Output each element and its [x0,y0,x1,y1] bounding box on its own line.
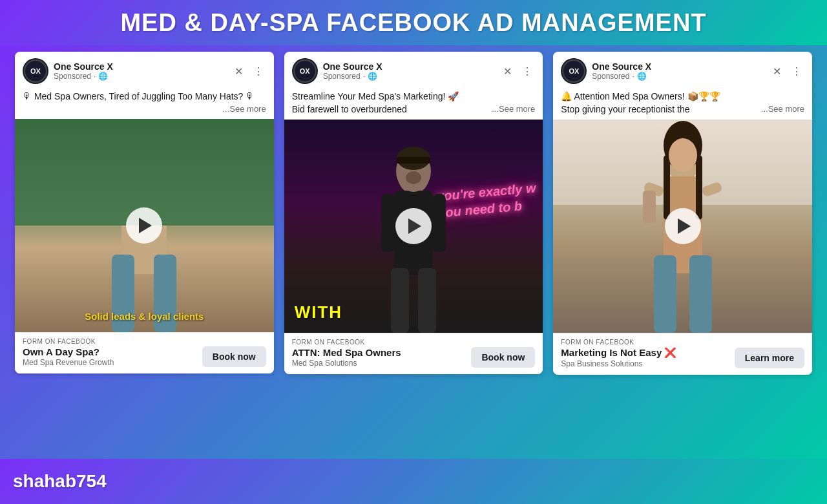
card-footer-3: FORM ON FACEBOOK Marketing Is Not Easy ❌… [553,333,812,375]
account-info-1: One Source X Sponsored · 🌐 [54,61,232,81]
card-footer-1: FORM ON FACEBOOK Own A Day Spa? Med Spa … [15,332,274,373]
watermark: shahab754 [13,471,107,492]
video-container-3[interactable] [553,120,812,333]
globe-icon-1: · [94,72,96,81]
dot-3: · [632,72,634,81]
svg-rect-13 [381,194,394,252]
svg-rect-29 [664,155,670,220]
cta-title-2: ATTN: Med Spa Owners [292,347,472,358]
svg-rect-15 [391,268,409,333]
svg-rect-27 [643,191,656,223]
card-header-2: OX One Source X Sponsored · 🌐 ✕ ⋮ [284,52,543,88]
close-button-3[interactable]: ✕ [770,64,784,79]
more-button-2[interactable]: ⋮ [519,64,535,79]
account-name-3: One Source X [592,61,770,72]
video-container-1[interactable]: Solid leads & loyal clients [15,119,274,332]
cta-row-1: Own A Day Spa? Med Spa Revenue Growth Bo… [23,346,266,367]
footer-bar: shahab754 [0,459,827,504]
svg-rect-30 [696,155,702,220]
cta-subtitle-1: Med Spa Revenue Growth [23,358,202,367]
account-name-1: One Source X [54,61,232,72]
form-label-1: FORM ON FACEBOOK [23,338,266,345]
svg-rect-16 [418,268,436,333]
cta-text-1: Own A Day Spa? Med Spa Revenue Growth [23,346,202,367]
ad-card-2: OX One Source X Sponsored · 🌐 ✕ ⋮ Stream… [284,52,543,374]
card-footer-2: FORM ON FACEBOOK ATTN: Med Spa Owners Me… [284,333,543,374]
card-actions-3[interactable]: ✕ ⋮ [770,64,804,79]
card-header-1: OX One Source X Sponsored · 🌐 ✕ ⋮ [15,52,274,88]
globe-symbol-3: 🌐 [637,72,647,81]
video-container-2[interactable]: you're exactly wyou need to b [284,120,543,333]
more-button-3[interactable]: ⋮ [789,64,804,79]
see-more-3[interactable]: ...See more [761,103,804,115]
account-info-3: One Source X Sponsored · 🌐 [592,61,770,81]
more-button-1[interactable]: ⋮ [251,64,266,79]
card-actions-1[interactable]: ✕ ⋮ [232,64,266,79]
sponsored-line-3: Sponsored · 🌐 [592,72,770,81]
cta-title-3: Marketing Is Not Easy ❌ [561,347,734,359]
avatar-3: OX [561,58,587,84]
svg-rect-26 [701,182,723,198]
video-placeholder-2: you're exactly wyou need to b [284,120,543,333]
card-text-3: 🔔 Attention Med Spa Owners! 📦🏆🏆 Stop giv… [553,88,812,120]
avatar-logo-2: OX [293,59,317,83]
cta-button-1[interactable]: Book now [202,346,266,367]
globe-symbol-2: 🌐 [368,72,377,81]
play-button-2[interactable] [395,208,432,244]
video-caption-2: WITH [295,302,342,322]
avatar-logo-3: OX [562,59,585,83]
ad-card-1: OX One Source X Sponsored · 🌐 ✕ ⋮ 🎙 Med … [15,52,274,373]
play-icon-2 [408,218,421,234]
cards-container: OX One Source X Sponsored · 🌐 ✕ ⋮ 🎙 Med … [0,45,827,459]
cta-text-2: ATTN: Med Spa Owners Med Spa Solutions [292,347,472,368]
ad-card-3: OX One Source X Sponsored · 🌐 ✕ ⋮ 🔔 Atte… [553,52,812,375]
sponsored-text-1: Sponsored [54,72,91,81]
cta-subtitle-2: Med Spa Solutions [292,359,472,368]
card-text-2: Streamline Your Med Spa's Marketing! 🚀 B… [284,88,543,120]
play-icon-1 [139,218,152,233]
play-icon-3 [678,218,691,234]
cta-button-3[interactable]: Learn more [735,348,804,368]
sponsored-text-2: Sponsored [323,72,361,81]
cta-row-2: ATTN: Med Spa Owners Med Spa Solutions B… [292,347,536,368]
card-actions-2[interactable]: ✕ ⋮ [501,64,535,79]
dot-2: · [363,72,365,81]
svg-rect-19 [397,157,430,163]
svg-rect-24 [689,255,712,333]
see-more-2[interactable]: ...See more [492,103,535,115]
form-label-3: FORM ON FACEBOOK [561,339,804,346]
svg-point-31 [669,138,697,172]
form-label-2: FORM ON FACEBOOK [292,339,536,346]
account-name-2: One Source X [323,61,501,72]
svg-point-20 [406,171,421,184]
video-placeholder-1: Solid leads & loyal clients [15,119,274,332]
svg-rect-23 [654,255,676,333]
video-caption-1: Solid leads & loyal clients [15,311,274,322]
cta-button-2[interactable]: Book now [471,347,535,368]
avatar-1: OX [23,58,48,84]
play-button-3[interactable] [665,208,701,244]
cta-subtitle-3: Spa Business Solutions [561,359,734,368]
play-button-1[interactable] [126,207,162,244]
cta-text-3: Marketing Is Not Easy ❌ Spa Business Sol… [561,347,734,368]
cta-title-1: Own A Day Spa? [23,346,202,357]
avatar-logo-1: OX [24,59,47,83]
sponsored-line-2: Sponsored · 🌐 [323,72,501,81]
globe-symbol-1: 🌐 [98,72,108,81]
svg-rect-14 [433,194,446,252]
see-more-1[interactable]: ...See more [222,103,266,115]
avatar-2: OX [292,58,318,84]
close-button-1[interactable]: ✕ [232,64,246,79]
account-info-2: One Source X Sponsored · 🌐 [323,61,501,81]
page-title: MED & DAY-SPA FACEBOOK AD MANAGEMENT [0,0,827,45]
close-button-2[interactable]: ✕ [501,64,514,79]
card-text-1: 🎙 Med Spa Owners, Tired of Juggling Too … [15,88,274,119]
card-header-3: OX One Source X Sponsored · 🌐 ✕ ⋮ [553,52,812,88]
cta-row-3: Marketing Is Not Easy ❌ Spa Business Sol… [561,347,804,368]
sponsored-line-1: Sponsored · 🌐 [54,72,232,81]
sponsored-text-3: Sponsored [592,72,629,81]
video-placeholder-3 [553,120,812,333]
